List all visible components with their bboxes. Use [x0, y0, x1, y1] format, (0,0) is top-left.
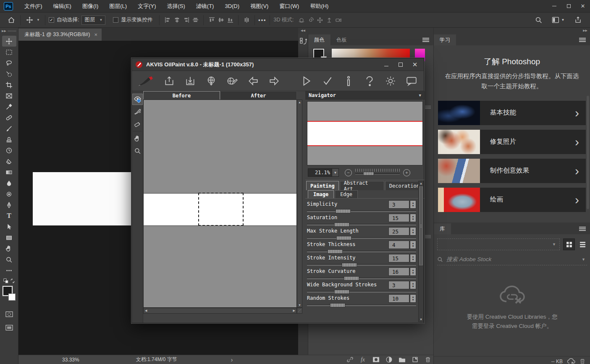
akvis-close-button[interactable]: ✕ — [409, 60, 420, 69]
eyedropper-tool[interactable] — [2, 101, 16, 112]
menu-file[interactable]: 文件(F) — [19, 0, 48, 13]
menu-layer[interactable]: 图层(L) — [104, 0, 132, 13]
learn-panel-menu-icon[interactable] — [579, 38, 586, 42]
spinner[interactable]: ▲▼ — [410, 294, 416, 303]
move-tool-preset-icon[interactable] — [24, 15, 35, 26]
swap-colors-icon[interactable] — [10, 278, 15, 283]
zoom-dropdown-icon[interactable]: ▼ — [332, 168, 339, 177]
tab-close-icon[interactable]: × — [94, 31, 97, 38]
menu-edit[interactable]: 编辑(E) — [48, 0, 77, 13]
status-chevron-icon[interactable]: › — [231, 356, 233, 363]
slider-thumb[interactable] — [334, 290, 349, 294]
tab-edge[interactable]: Edge — [335, 190, 358, 198]
auto-select-checkbox[interactable]: ✓ — [49, 17, 54, 23]
preview-vertical-scrollbar[interactable]: ▲▼ — [297, 100, 302, 308]
web-presets-icon[interactable] — [205, 75, 218, 87]
auto-select-dropdown[interactable]: 图层▼ — [81, 16, 105, 25]
akvis-title-bar[interactable]: AKVIS OilPaint v.8.0 - 未标题-1 (1700x357) … — [132, 58, 424, 71]
grid-view-button[interactable] — [563, 238, 575, 250]
minimize-button[interactable] — [547, 0, 561, 13]
menu-view[interactable]: 视图(V) — [245, 0, 274, 13]
library-select-dropdown[interactable]: ▼ — [437, 238, 560, 250]
document-tab[interactable]: 未标题-1 @ 33.3%(RGB/8#) × — [18, 29, 102, 41]
tab-before[interactable]: Before — [143, 91, 220, 100]
clone-stamp-tool[interactable] — [2, 134, 16, 145]
toolbar-collapse-icon[interactable]: ▶▶ — [2, 29, 6, 33]
slider-track[interactable] — [307, 291, 416, 293]
align-vertical-centers-icon[interactable] — [216, 16, 226, 25]
spinner[interactable]: ▲▼ — [410, 227, 416, 236]
show-transform-checkbox[interactable] — [113, 17, 118, 23]
slider-track[interactable] — [307, 210, 416, 212]
3d-pan-icon[interactable] — [315, 16, 325, 25]
menu-type[interactable]: 文字(Y) — [132, 0, 161, 13]
spinner[interactable]: ▲▼ — [410, 281, 416, 289]
tab-painting[interactable]: Painting — [306, 181, 339, 190]
navigator-thumbnail[interactable] — [307, 101, 423, 165]
spinner[interactable]: ▲▼ — [410, 267, 416, 276]
quick-preview-tool[interactable] — [132, 94, 143, 105]
align-horizontal-centers-icon[interactable] — [172, 16, 181, 25]
delete-library-icon[interactable] — [580, 358, 585, 364]
tab-color[interactable]: 颜色 — [308, 34, 330, 45]
spinner[interactable]: ▲▼ — [410, 200, 416, 209]
chevron-down-icon[interactable]: ▼ — [37, 18, 40, 22]
menu-filter[interactable]: 滤镜(T) — [191, 0, 220, 13]
slider-track[interactable] — [307, 237, 416, 239]
healing-brush-tool[interactable] — [2, 112, 16, 123]
akvis-maximize-button[interactable] — [395, 60, 406, 69]
history-brush-tool[interactable] — [2, 145, 16, 156]
status-zoom[interactable]: 33.33% — [62, 357, 79, 363]
tab-learn[interactable]: 学习 — [434, 34, 456, 45]
3d-zoom-icon[interactable] — [334, 16, 343, 25]
hand-tool[interactable] — [2, 243, 16, 254]
tab-libraries[interactable]: 库 — [434, 223, 451, 234]
preview-selection-marquee[interactable] — [198, 193, 244, 226]
quick-selection-tool[interactable] — [2, 68, 16, 79]
zoom-tool[interactable] — [2, 254, 16, 265]
menu-window[interactable]: 窗口(W) — [274, 0, 304, 13]
tab-after[interactable]: After — [220, 91, 297, 100]
dock-collapse-icon[interactable]: ◀◀ — [301, 29, 305, 32]
brush-tool[interactable] — [2, 123, 16, 134]
quick-mask-icon[interactable] — [2, 309, 16, 319]
value-input[interactable]: 15 — [388, 214, 409, 222]
preview-area[interactable] — [143, 100, 297, 308]
new-layer-icon[interactable] — [411, 356, 419, 364]
tab-abstract-art[interactable]: Abstract Art — [340, 181, 384, 190]
settings-icon[interactable] — [384, 75, 397, 87]
menu-image[interactable]: 图像(I) — [77, 0, 104, 13]
undo-icon[interactable] — [247, 75, 260, 87]
value-input[interactable]: 25 — [388, 227, 409, 236]
learn-card-effects[interactable]: 制作创意效果 › — [438, 159, 586, 183]
3d-slide-icon[interactable] — [325, 16, 334, 25]
value-input[interactable]: 10 — [388, 294, 409, 303]
value-input[interactable]: 4 — [388, 241, 409, 249]
dock-grip[interactable] — [425, 106, 431, 110]
new-group-icon[interactable] — [398, 356, 406, 364]
akvis-minimize-button[interactable] — [381, 60, 392, 69]
adjustment-layer-icon[interactable] — [385, 356, 393, 364]
menu-3d[interactable]: 3D(D) — [219, 0, 245, 13]
workspace-switcher-icon[interactable]: ▼ — [550, 15, 566, 26]
distribute-icon[interactable] — [191, 16, 200, 25]
home-icon[interactable] — [6, 15, 17, 26]
layer-effects-icon[interactable]: fx — [359, 356, 367, 364]
move-tool[interactable] — [2, 36, 16, 47]
more-options-button[interactable]: ••• — [258, 17, 266, 23]
gradient-tool[interactable] — [2, 167, 16, 178]
spinner[interactable]: ▲▼ — [410, 241, 416, 249]
zoom-value-box[interactable]: 21.1% — [308, 168, 332, 177]
align-right-edges-icon[interactable] — [181, 16, 191, 25]
layer-mask-icon[interactable] — [372, 356, 380, 364]
slider-thumb[interactable] — [328, 249, 343, 254]
align-bottom-edges-icon[interactable] — [226, 16, 235, 25]
redo-icon[interactable] — [268, 75, 281, 87]
value-input[interactable]: 15 — [388, 254, 409, 262]
blur-tool[interactable] — [2, 178, 16, 189]
share-icon[interactable] — [572, 15, 583, 26]
rectangle-tool[interactable] — [2, 232, 16, 243]
slider-track[interactable] — [307, 304, 416, 306]
resize-grip[interactable] — [297, 308, 302, 314]
eraser-tool[interactable] — [132, 118, 143, 129]
